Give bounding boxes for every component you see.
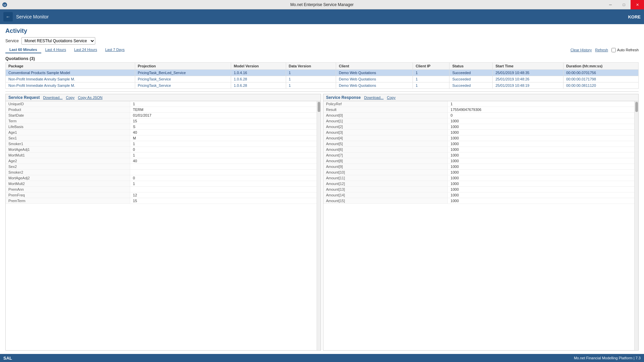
kv-value: 1000	[448, 135, 634, 141]
kv-value: 1	[130, 181, 317, 187]
service-response-copy-button[interactable]: Copy	[387, 96, 395, 100]
kv-key: UniqueID	[6, 101, 130, 107]
kv-value: 1000	[448, 118, 634, 124]
kv-value: 1	[130, 101, 317, 107]
kv-key: Result	[323, 107, 448, 113]
table-row[interactable]: Conventional Products Sample ModelPricin…	[6, 70, 639, 76]
kv-row: Amount[8]1000	[323, 158, 634, 164]
col-status: Status	[449, 63, 493, 70]
service-request-download-button[interactable]: Download...	[43, 96, 62, 100]
nav-title: Service Monitor	[16, 14, 49, 19]
kv-key: Amount[4]	[323, 135, 448, 141]
kv-key: Age1	[6, 130, 130, 135]
response-kv-table: PolicyRef1Result175549047679306Amount[0]…	[323, 101, 634, 204]
kv-row: Amount[12]1000	[323, 181, 634, 187]
scroll-thumb	[318, 102, 320, 112]
kv-row: Sex2	[6, 164, 317, 170]
service-select[interactable]: Monet RESTful Quotations Service	[21, 37, 95, 45]
kv-key: MortAgeAdj1	[6, 147, 130, 153]
table-header-row: Package Projection Model Version Data Ve…	[6, 63, 639, 70]
table-cell: 1	[413, 70, 449, 76]
refresh-button[interactable]: Refresh	[595, 48, 608, 52]
kv-key: PremAnn	[6, 187, 130, 192]
window-controls: ─ □ ✕	[604, 0, 644, 9]
kv-row: Age240	[6, 158, 317, 164]
kv-row: Sex1M	[6, 135, 317, 141]
tab-last-60-minutes[interactable]: Last 60 Minutes	[5, 47, 41, 53]
kv-value: 0	[130, 147, 317, 153]
kv-value: 1000	[448, 153, 634, 158]
kv-row: Amount[14]1000	[323, 192, 634, 198]
kv-key: Amount[9]	[323, 164, 448, 170]
kv-row: MortMult11	[6, 153, 317, 158]
service-request-body: UniqueID1ProductTERMStartDate01/01/2017T…	[6, 101, 317, 350]
table-cell: Demo Web Quotations	[336, 70, 413, 76]
table-header: Package Projection Model Version Data Ve…	[6, 63, 639, 70]
kv-row: Term15	[6, 118, 317, 124]
kv-value: 0	[130, 175, 317, 181]
kv-row: ProductTERM	[6, 107, 317, 113]
col-projection: Projection	[135, 63, 231, 70]
minimize-button[interactable]: ─	[604, 0, 617, 9]
table-cell: Succeeded	[449, 76, 493, 82]
kv-key: Amount[13]	[323, 187, 448, 192]
kv-row: Amount[5]1000	[323, 141, 634, 147]
kv-key: PolicyRef	[323, 101, 448, 107]
maximize-button[interactable]: □	[617, 0, 631, 9]
request-kv-table: UniqueID1ProductTERMStartDate01/01/2017T…	[6, 101, 317, 204]
kv-value: 1000	[448, 164, 634, 170]
col-client: Client	[336, 63, 413, 70]
tab-last-24-hours[interactable]: Last 24 Hours	[70, 47, 101, 53]
service-response-header: Service Response Download... Copy	[323, 94, 638, 101]
table-cell: Succeeded	[449, 82, 493, 89]
tab-last-4-hours[interactable]: Last 4 Hours	[41, 47, 70, 53]
kv-value: 1000	[448, 158, 634, 164]
kv-row: Amount[3]1000	[323, 130, 634, 135]
kv-key: Sex2	[6, 164, 130, 170]
service-request-header: Service Request Download... Copy Copy As…	[6, 94, 321, 101]
service-response-scrollbar[interactable]	[634, 101, 638, 350]
kv-row: Amount[7]1000	[323, 153, 634, 158]
kv-key: MortMult1	[6, 153, 130, 158]
back-button[interactable]: ←	[3, 12, 13, 21]
service-row: Service Monet RESTful Quotations Service	[5, 37, 639, 45]
kv-row: Result175549047679306	[323, 107, 634, 113]
auto-refresh-checkbox[interactable]	[611, 48, 616, 52]
table-cell: 1	[286, 76, 336, 82]
clear-history-button[interactable]: Clear History	[571, 48, 592, 52]
table-cell: Demo Web Quotations	[336, 82, 413, 89]
kv-row: Amount[13]1000	[323, 187, 634, 192]
kv-value: S	[130, 124, 317, 130]
kv-key: Amount[12]	[323, 181, 448, 187]
quotations-table-wrapper: Package Projection Model Version Data Ve…	[5, 62, 639, 89]
auto-refresh-row: Auto Refresh	[611, 48, 639, 52]
close-button[interactable]: ✕	[631, 0, 644, 9]
col-start-time: Start Time	[493, 63, 564, 70]
kv-key: Amount[15]	[323, 198, 448, 204]
auto-refresh-label: Auto Refresh	[617, 48, 639, 52]
kv-value: 1000	[448, 124, 634, 130]
kv-key: Amount[6]	[323, 147, 448, 153]
quotations-title: Quotations (3)	[5, 56, 639, 61]
kv-row: Amount[9]1000	[323, 164, 634, 170]
table-cell: Non-Profit Immediate Annuity Sample M.	[6, 82, 135, 89]
kv-key: Smoker2	[6, 170, 130, 175]
table-row[interactable]: Non-Profit Immediate Annuity Sample M.Pr…	[6, 76, 639, 82]
kv-value: 1000	[448, 187, 634, 192]
tab-last-7-days[interactable]: Last 7 Days	[101, 47, 128, 53]
back-icon: ←	[6, 14, 10, 19]
service-response-panel: Service Response Download... Copy Policy…	[323, 94, 639, 351]
table-cell: 25/01/2019 10:48:35	[493, 70, 564, 76]
table-cell: Non-Profit Immediate Annuity Sample M.	[6, 76, 135, 82]
status-bar: SAL Mo.net Financial Modelling Platform …	[0, 354, 644, 362]
kv-row: PremFreq12	[6, 192, 317, 198]
table-cell: Succeeded	[449, 70, 493, 76]
service-request-copy-button[interactable]: Copy	[66, 96, 74, 100]
service-request-scrollbar[interactable]	[317, 101, 321, 350]
table-cell: PricingTask_Service	[135, 82, 231, 89]
table-row[interactable]: Non-Profit Immediate Annuity Sample M.Pr…	[6, 82, 639, 89]
service-request-copy-json-button[interactable]: Copy As JSON	[78, 96, 102, 100]
quotations-tbody: Conventional Products Sample ModelPricin…	[6, 70, 639, 89]
kv-key: Amount[8]	[323, 158, 448, 164]
service-response-download-button[interactable]: Download...	[364, 96, 383, 100]
